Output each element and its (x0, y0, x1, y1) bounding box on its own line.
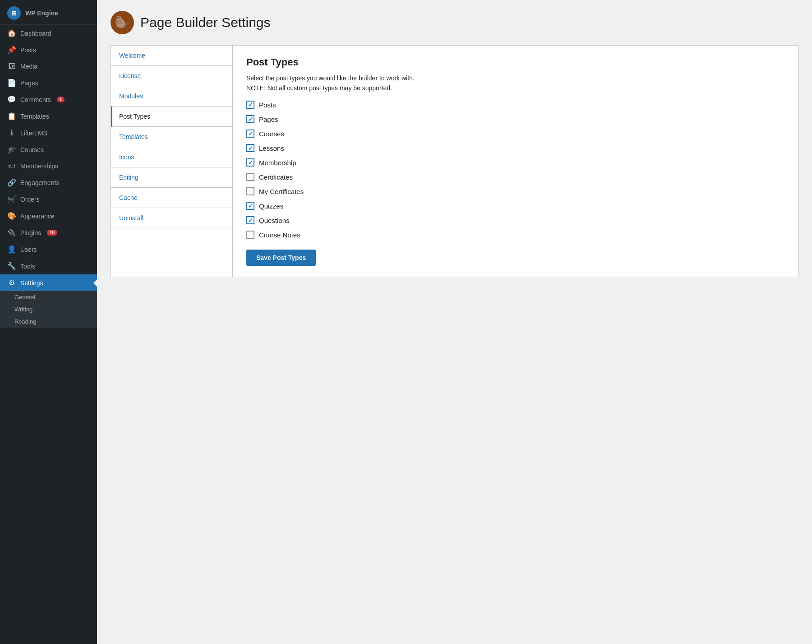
checkbox-questions[interactable] (246, 216, 254, 224)
nav-item-uninstall[interactable]: Uninstall (111, 208, 232, 228)
submenu-general[interactable]: General (0, 291, 97, 303)
post-types-checkboxes: Posts Pages Courses Lessons Membership C… (246, 101, 784, 239)
checkbox-label-8[interactable]: Questions (259, 217, 290, 224)
sidebar-item-dashboard[interactable]: 🏠 Dashboard (0, 25, 97, 42)
checkbox-row-posts: Posts (246, 101, 784, 109)
sidebar-item-courses[interactable]: 🎓 Courses (0, 141, 97, 158)
comments-icon: 💬 (7, 95, 16, 104)
wp-engine-logo: ⊞ (7, 6, 21, 20)
sidebar-label-lifterlms: LifterLMS (20, 130, 47, 137)
sidebar-label-templates: Templates (20, 113, 49, 120)
checkbox-label-5[interactable]: Certificates (259, 173, 293, 181)
checkbox-row-questions: Questions (246, 216, 784, 224)
sidebar-label-comments: Comments (20, 96, 51, 103)
right-panel: Post Types Select the post types you wou… (233, 46, 798, 277)
checkbox-lessons[interactable] (246, 144, 254, 152)
nav-item-cache[interactable]: Cache (111, 188, 232, 208)
sidebar-label-courses: Courses (20, 146, 44, 153)
checkbox-certificates[interactable] (246, 173, 254, 181)
sidebar-label-plugins: Plugins (20, 229, 41, 236)
checkbox-row-membership: Membership (246, 158, 784, 167)
checkbox-row-certificates: Certificates (246, 173, 784, 181)
sidebar-item-comments[interactable]: 💬 Comments 1 (0, 91, 97, 108)
sidebar-item-templates[interactable]: 📋 Templates (0, 108, 97, 125)
sidebar-label-appearance: Appearance (20, 213, 55, 220)
memberships-icon: 🏷 (7, 162, 16, 170)
submenu-reading[interactable]: Reading (0, 315, 97, 328)
sidebar-label-posts: Posts (20, 46, 36, 54)
dashboard-icon: 🏠 (7, 29, 16, 37)
nav-item-welcome[interactable]: Welcome (111, 46, 232, 66)
checkbox-row-my-certificates: My Certificates (246, 187, 784, 195)
pages-icon: 📄 (7, 79, 16, 87)
sidebar-item-settings[interactable]: ⚙ Settings (0, 274, 97, 291)
checkbox-label-6[interactable]: My Certificates (259, 188, 304, 195)
active-arrow (93, 279, 97, 287)
nav-item-icons[interactable]: Icons (111, 147, 232, 167)
settings-submenu: General Writing Reading (0, 291, 97, 328)
nav-item-post-types[interactable]: Post Types (111, 107, 232, 127)
panel-description: Select the post types you would like the… (246, 74, 784, 82)
checkbox-posts[interactable] (246, 101, 254, 109)
page-header: 🦫 Page Builder Settings (111, 11, 798, 34)
sidebar-label-engagements: Engagements (20, 179, 59, 186)
checkbox-row-quizzes: Quizzes (246, 202, 784, 210)
nav-item-license[interactable]: License (111, 66, 232, 86)
sidebar-label-dashboard: Dashboard (20, 30, 51, 37)
sidebar: ⊞ WP Engine 🏠 Dashboard 📌 Posts 🖼 Media … (0, 0, 97, 644)
sidebar-item-plugins[interactable]: 🔌 Plugins 10 (0, 224, 97, 241)
sidebar-logo[interactable]: ⊞ WP Engine (0, 0, 97, 25)
sidebar-item-engagements[interactable]: 🔗 Engagements (0, 174, 97, 191)
content-area: WelcomeLicenseModulesPost TypesTemplates… (111, 45, 798, 277)
checkbox-label-3[interactable]: Lessons (259, 144, 284, 152)
sidebar-item-memberships[interactable]: 🏷 Memberships (0, 158, 97, 174)
sidebar-item-orders[interactable]: 🛒 Orders (0, 191, 97, 208)
sidebar-label-orders: Orders (20, 196, 40, 203)
courses-icon: 🎓 (7, 145, 16, 154)
tools-icon: 🔧 (7, 262, 16, 270)
checkbox-row-lessons: Lessons (246, 144, 784, 152)
checkbox-label-9[interactable]: Course Notes (259, 231, 300, 239)
sidebar-item-posts[interactable]: 📌 Posts (0, 42, 97, 58)
settings-icon: ⚙ (7, 278, 16, 287)
comments-badge: 1 (57, 97, 65, 102)
checkbox-label-0[interactable]: Posts (259, 101, 276, 109)
checkbox-membership[interactable] (246, 158, 254, 167)
sidebar-logo-label: WP Engine (25, 9, 58, 17)
sidebar-nav: 🏠 Dashboard 📌 Posts 🖼 Media 📄 Pages 💬 Co… (0, 25, 97, 291)
checkbox-pages[interactable] (246, 115, 254, 123)
sidebar-label-users: Users (20, 246, 37, 253)
nav-item-modules[interactable]: Modules (111, 86, 232, 107)
appearance-icon: 🎨 (7, 212, 16, 220)
checkbox-my-certificates[interactable] (246, 187, 254, 195)
checkbox-row-courses: Courses (246, 130, 784, 138)
engagements-icon: 🔗 (7, 178, 16, 187)
submenu-writing[interactable]: Writing (0, 303, 97, 315)
sidebar-item-lifterlms[interactable]: ℹ LifterLMS (0, 125, 97, 141)
checkbox-row-pages: Pages (246, 115, 784, 123)
sidebar-item-media[interactable]: 🖼 Media (0, 58, 97, 74)
left-nav: WelcomeLicenseModulesPost TypesTemplates… (111, 46, 233, 277)
sidebar-item-pages[interactable]: 📄 Pages (0, 74, 97, 91)
checkbox-label-2[interactable]: Courses (259, 130, 284, 138)
page-title: Page Builder Settings (140, 15, 271, 30)
sidebar-item-appearance[interactable]: 🎨 Appearance (0, 208, 97, 224)
users-icon: 👤 (7, 245, 16, 254)
orders-icon: 🛒 (7, 195, 16, 204)
templates-icon: 📋 (7, 112, 16, 120)
checkbox-courses[interactable] (246, 130, 254, 138)
main-content: 🦫 Page Builder Settings WelcomeLicenseMo… (97, 0, 812, 644)
sidebar-label-pages: Pages (20, 79, 38, 87)
checkbox-label-4[interactable]: Membership (259, 159, 296, 167)
sidebar-label-tools: Tools (20, 263, 35, 270)
media-icon: 🖼 (7, 62, 16, 70)
checkbox-quizzes[interactable] (246, 202, 254, 210)
nav-item-editing[interactable]: Editing (111, 167, 232, 188)
checkbox-label-1[interactable]: Pages (259, 116, 278, 123)
sidebar-item-users[interactable]: 👤 Users (0, 241, 97, 258)
sidebar-item-tools[interactable]: 🔧 Tools (0, 258, 97, 274)
checkbox-label-7[interactable]: Quizzes (259, 202, 283, 210)
nav-item-templates[interactable]: Templates (111, 127, 232, 147)
checkbox-course-notes[interactable] (246, 231, 254, 239)
save-post-types-button[interactable]: Save Post Types (246, 250, 316, 266)
